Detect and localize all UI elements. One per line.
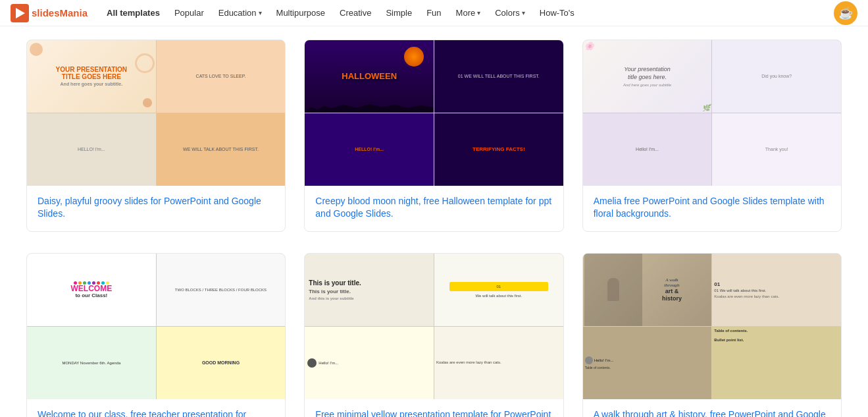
card-body-halloween: Creepy blood moon night, free Halloween …: [305, 186, 563, 231]
card-title-amelia[interactable]: Amelia free PowerPoint and Google Slides…: [594, 195, 830, 221]
flower-icon-2: 🌿: [702, 104, 710, 111]
card-title-yellow[interactable]: Free minimal yellow presentation templat…: [315, 408, 552, 417]
thumb-main-daisy: YOUR PRESENTATION TITLE GOES HERE And he…: [27, 40, 156, 113]
header: slidesMania All templates Popular Educat…: [0, 0, 868, 26]
logo[interactable]: slidesMania: [11, 4, 89, 22]
thumb-br-welcome: GOOD MORNING: [157, 327, 286, 399]
thumb-tr-amelia: Did you know?: [712, 40, 841, 113]
nav-all-templates[interactable]: All templates: [100, 4, 166, 22]
coffee-icon: ☕: [838, 6, 853, 20]
nav-creative[interactable]: Creative: [333, 4, 378, 22]
card-thumbnail-halloween: HALLOWEEN 01 WE WILL TELL ABOUT THIS FIR…: [305, 40, 563, 186]
main-nav: All templates Popular Education ▾ Multip…: [100, 4, 581, 22]
nav-colors[interactable]: Colors ▾: [488, 4, 532, 22]
card-body-daisy: Daisy, playful groovy slides for PowerPo…: [27, 186, 285, 231]
template-card-art-history[interactable]: A walk through art & history 01 01 We wi…: [582, 253, 842, 417]
thumb-br-daisy: WE WILL TALK ABOUT THIS FIRST.: [157, 113, 286, 186]
template-card-welcome[interactable]: WELCOME to our Class! TWO BLOCKS / THREE…: [26, 253, 286, 417]
nav-education[interactable]: Education ▾: [212, 4, 268, 22]
card-body-amelia: Amelia free PowerPoint and Google Slides…: [583, 186, 841, 231]
thumb-bl-amelia: Hello! I'm...: [583, 113, 712, 186]
thumb-main-welcome: WELCOME to our Class!: [27, 254, 156, 326]
thumb-tr-art-history: 01 01 We will talk about this first. Koa…: [712, 254, 841, 326]
moon-icon: [404, 47, 424, 67]
card-thumbnail-art-history: A walk through art & history 01 01 We wi…: [583, 254, 841, 399]
logo-text: slidesMania: [32, 7, 88, 18]
thumb-bl-yellow: Hello! I'm...: [305, 327, 434, 399]
thumb-br-amelia: Thank you!: [712, 113, 841, 186]
card-title-halloween[interactable]: Creepy blood moon night, free Halloween …: [315, 195, 552, 221]
more-chevron-icon: ▾: [477, 9, 480, 16]
card-thumbnail-yellow: This is your title. This is your title. …: [305, 254, 563, 399]
thumb-tr-halloween: 01 WE WILL TELL ABOUT THIS FIRST.: [434, 40, 563, 113]
nav-popular[interactable]: Popular: [168, 4, 211, 22]
nav-more[interactable]: More ▾: [449, 4, 488, 22]
template-card-halloween[interactable]: HALLOWEEN 01 WE WILL TELL ABOUT THIS FIR…: [304, 40, 563, 232]
buy-coffee-button[interactable]: ☕: [834, 1, 857, 25]
thumb-tr-yellow: 01 We will talk about this first.: [434, 254, 563, 326]
template-card-daisy[interactable]: YOUR PRESENTATION TITLE GOES HERE And he…: [26, 40, 286, 232]
nav-fun[interactable]: Fun: [420, 4, 447, 22]
card-body-art-history: A walk through art & history, free Power…: [583, 399, 841, 417]
thumb-br-yellow: Koalas are even more lazy than cats.: [434, 327, 563, 399]
thumb-main-yellow: This is your title. This is your title. …: [305, 254, 434, 326]
card-thumbnail-daisy: YOUR PRESENTATION TITLE GOES HERE And he…: [27, 40, 285, 186]
card-thumbnail-amelia: 🌸 🌿 Your presentation title goes here. A…: [583, 40, 841, 186]
thumb-bl-art-history: Hello! I'm... Table of contents.: [583, 327, 712, 399]
thumb-br-halloween: TERRIFYING FACTS!: [434, 113, 563, 186]
main-content: YOUR PRESENTATION TITLE GOES HERE And he…: [0, 26, 868, 417]
thumb-tr-daisy: CATS LOVE TO SLEEP.: [157, 40, 286, 113]
thumb-bl-halloween: HELLO! I'm...: [305, 113, 434, 186]
card-title-daisy[interactable]: Daisy, playful groovy slides for PowerPo…: [38, 195, 274, 221]
thumb-tr-welcome: TWO BLOCKS / THREE BLOCKS / FOUR BLOCKS: [157, 254, 286, 326]
thumb-main-halloween: HALLOWEEN: [305, 40, 434, 113]
card-title-art-history[interactable]: A walk through art & history, free Power…: [594, 408, 830, 417]
thumb-main-amelia: 🌸 🌿 Your presentation title goes here. A…: [583, 40, 712, 113]
thumb-bl-welcome: MONDAY November 6th. Agenda: [27, 327, 156, 399]
thumb-main-art-history: A walk through art & history: [583, 254, 712, 326]
nav-howtos[interactable]: How-To's: [533, 4, 581, 22]
card-title-welcome[interactable]: Welcome to our class, free teacher prese…: [38, 408, 274, 417]
nav-multipurpose[interactable]: Multipurpose: [270, 4, 332, 22]
templates-grid: YOUR PRESENTATION TITLE GOES HERE And he…: [26, 40, 842, 417]
template-card-amelia[interactable]: 🌸 🌿 Your presentation title goes here. A…: [582, 40, 842, 232]
nav-simple[interactable]: Simple: [379, 4, 419, 22]
thumb-bl-daisy: HELLO! I'm...: [27, 113, 156, 186]
logo-icon: [11, 4, 29, 22]
card-body-welcome: Welcome to our class, free teacher prese…: [27, 399, 285, 417]
education-chevron-icon: ▾: [259, 9, 262, 16]
template-card-yellow[interactable]: This is your title. This is your title. …: [304, 253, 563, 417]
thumb-br-art-history: Table of contents. Bullet point list.: [712, 327, 841, 399]
card-body-yellow: Free minimal yellow presentation templat…: [305, 399, 563, 417]
flower-icon-1: 🌸: [584, 42, 594, 51]
card-thumbnail-welcome: WELCOME to our Class! TWO BLOCKS / THREE…: [27, 254, 285, 399]
colors-chevron-icon: ▾: [522, 9, 525, 16]
